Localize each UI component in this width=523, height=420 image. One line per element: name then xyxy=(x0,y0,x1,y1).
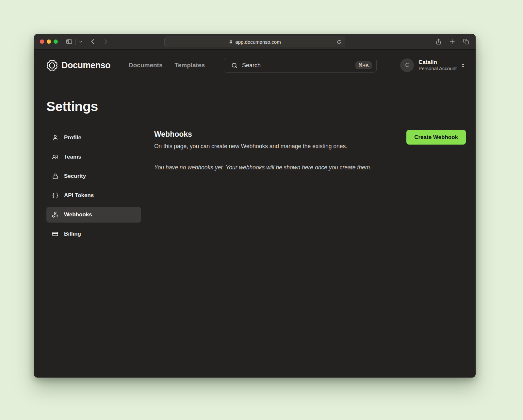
lock-icon xyxy=(52,173,58,179)
sidebar-item-webhooks[interactable]: Webhooks xyxy=(46,207,141,223)
account-menu[interactable]: C Catalin Personal Account xyxy=(400,58,466,72)
sidebar-toggle-icon[interactable] xyxy=(66,38,73,45)
browser-titlebar: app.documenso.com xyxy=(34,34,476,50)
titlebar-divider xyxy=(75,39,76,45)
braces-icon xyxy=(52,192,58,199)
browser-window: app.documenso.com xyxy=(34,34,476,378)
page-title: Settings xyxy=(46,99,466,114)
tab-overview-icon[interactable] xyxy=(463,39,469,45)
empty-state-text: You have no webhooks yet. Your webhooks … xyxy=(154,164,466,171)
sidebar-item-profile[interactable]: Profile xyxy=(46,130,141,146)
credit-card-icon xyxy=(52,231,58,237)
search-shortcut-badge: ⌘+K xyxy=(355,61,372,69)
sidebar-item-api-tokens[interactable]: API Tokens xyxy=(46,188,141,203)
user-icon xyxy=(52,134,58,141)
main-nav: Documents Templates xyxy=(129,62,205,69)
section-divider xyxy=(154,157,466,157)
url-text: app.documenso.com xyxy=(235,39,281,45)
tls-lock-icon xyxy=(229,40,233,44)
webhooks-panel: Webhooks On this page, you can create ne… xyxy=(154,130,466,171)
minimize-window-button[interactable] xyxy=(47,39,51,44)
nav-templates[interactable]: Templates xyxy=(175,62,205,69)
sidebar-item-label: Teams xyxy=(64,154,81,160)
create-webhook-button[interactable]: Create Webhook xyxy=(406,130,466,145)
nav-documents[interactable]: Documents xyxy=(129,62,162,69)
traffic-lights xyxy=(40,39,58,44)
app-header: Documenso Documents Templates Search ⌘+K… xyxy=(34,50,476,81)
sidebar-item-security[interactable]: Security xyxy=(46,168,141,184)
brand-name: Documenso xyxy=(61,60,110,70)
share-icon[interactable] xyxy=(435,39,442,45)
sidebar-chevron-down-icon[interactable] xyxy=(79,40,83,44)
sidebar-item-label: Profile xyxy=(64,134,81,141)
forward-button[interactable] xyxy=(103,39,109,45)
chevrons-up-down-icon xyxy=(460,63,466,68)
webhook-icon xyxy=(52,211,58,218)
sidebar-item-teams[interactable]: Teams xyxy=(46,149,141,165)
settings-page: Settings Profile xyxy=(34,99,476,242)
settings-sidebar: Profile Teams Se xyxy=(46,130,141,242)
sidebar-item-label: Webhooks xyxy=(64,211,92,218)
sidebar-item-label: API Tokens xyxy=(64,192,94,199)
sidebar-item-label: Security xyxy=(64,173,86,179)
new-tab-icon[interactable] xyxy=(449,39,455,45)
brand-logo[interactable]: Documenso xyxy=(46,60,110,71)
address-bar[interactable]: app.documenso.com xyxy=(164,37,345,47)
avatar: C xyxy=(400,58,414,72)
search-icon xyxy=(231,62,238,69)
zoom-window-button[interactable] xyxy=(54,39,58,44)
search-placeholder: Search xyxy=(242,62,261,69)
user-account-type: Personal Account xyxy=(418,66,457,72)
back-button[interactable] xyxy=(90,39,96,45)
search-input[interactable]: Search ⌘+K xyxy=(224,58,377,73)
close-window-button[interactable] xyxy=(40,39,44,44)
section-title: Webhooks xyxy=(154,130,347,139)
reload-icon[interactable] xyxy=(336,39,342,45)
user-name: Catalin xyxy=(418,59,457,66)
users-icon xyxy=(52,154,58,160)
documenso-logo-icon xyxy=(46,60,58,71)
sidebar-item-label: Billing xyxy=(64,231,81,237)
sidebar-item-billing[interactable]: Billing xyxy=(46,226,141,242)
section-description: On this page, you can create new Webhook… xyxy=(154,143,347,150)
